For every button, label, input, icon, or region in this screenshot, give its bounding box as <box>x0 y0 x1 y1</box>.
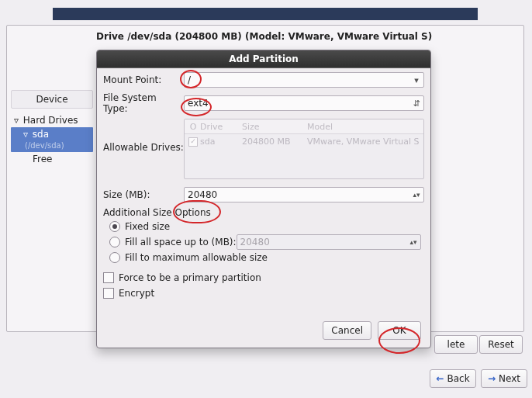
checkbox-icon[interactable] <box>103 288 114 299</box>
tree-sda[interactable]: ▿ sda (/dev/sda) <box>11 127 93 152</box>
fs-type-combo[interactable]: ext4 ⇵ <box>184 95 424 111</box>
radio-fill-up-to[interactable]: Fill all space up to (MB): 20480 ▴▾ <box>109 235 424 249</box>
check-primary[interactable]: Force to be a primary partition <box>103 271 424 285</box>
next-button-label: Next <box>499 373 520 384</box>
radio-icon[interactable] <box>109 237 120 247</box>
drive-checkbox-sda[interactable]: ✓ <box>188 137 198 147</box>
radio-fixed-size[interactable]: Fixed size <box>109 220 424 234</box>
mount-point-combo[interactable]: / ▾ <box>184 72 424 88</box>
add-partition-dialog: Add Partition Mount Point: / ▾ File Syst… <box>96 50 431 348</box>
ok-button-label: OK <box>392 325 406 336</box>
delete-button-label: lete <box>447 339 465 350</box>
check-primary-label: Force to be a primary partition <box>119 272 261 283</box>
ok-button[interactable]: OK <box>378 321 421 340</box>
back-button[interactable]: Back <box>430 369 476 388</box>
next-button[interactable]: Next <box>481 369 527 388</box>
allowable-drives-label: Allowable Drives: <box>103 119 184 153</box>
mount-point-label: Mount Point: <box>103 74 184 85</box>
radio-fillmax-label: Fill to maximum allowable size <box>125 252 268 263</box>
drive-table-header: O Drive Size Model <box>185 119 423 134</box>
up-down-icon[interactable]: ⇵ <box>411 97 422 109</box>
radio-icon[interactable] <box>109 252 120 263</box>
arrow-right-icon <box>488 373 499 384</box>
mount-point-value: / <box>188 74 191 85</box>
device-column: Device ▿ Hard Drives ▿ sda (/dev/sda) Fr… <box>11 90 93 166</box>
spin-buttons[interactable]: ▴▾ <box>411 189 422 201</box>
check-encrypt-label: Encrypt <box>119 288 154 299</box>
back-button-label: Back <box>447 373 469 384</box>
size-label: Size (MB): <box>103 189 184 200</box>
top-header-bar <box>53 8 478 20</box>
cancel-button[interactable]: Cancel <box>323 321 371 340</box>
radio-fill-max[interactable]: Fill to maximum allowable size <box>109 251 424 265</box>
size-options-group: Additional Size Options <box>103 207 424 218</box>
col-drive: Drive <box>200 122 242 132</box>
radio-fixed-label: Fixed size <box>125 221 170 232</box>
tree-free[interactable]: Free <box>11 152 93 166</box>
arrow-left-icon <box>436 373 447 384</box>
cancel-button-label: Cancel <box>331 325 363 336</box>
reset-button[interactable]: Reset <box>479 335 523 354</box>
fill-up-to-value: 20480 <box>240 237 270 247</box>
col-check: O <box>186 122 200 132</box>
tree-toggle-icon[interactable]: ▿ <box>22 129 29 140</box>
size-input[interactable]: 20480 ▴▾ <box>184 187 424 202</box>
fs-type-label: File System Type: <box>103 92 184 114</box>
tree-sda-path: (/dev/sda) <box>25 141 64 150</box>
drive-name: sda <box>200 137 242 147</box>
fs-type-value: ext4 <box>188 98 209 109</box>
chevron-down-icon[interactable]: ▾ <box>411 74 422 86</box>
spin-buttons: ▴▾ <box>408 236 419 248</box>
fill-up-to-spin: 20480 ▴▾ <box>237 234 421 250</box>
check-encrypt[interactable]: Encrypt <box>103 286 424 300</box>
tree-sda-label: sda <box>33 129 49 140</box>
allowable-drives-table[interactable]: O Drive Size Model ✓ sda 204800 MB VMwar… <box>184 119 424 179</box>
dialog-title: Add Partition <box>97 50 430 68</box>
tree-toggle-icon[interactable]: ▿ <box>12 115 20 126</box>
device-header: Device <box>11 90 93 109</box>
tree-free-label: Free <box>33 154 52 164</box>
checkbox-icon[interactable] <box>103 272 114 283</box>
size-value: 20480 <box>188 189 217 200</box>
drive-model: VMware, VMware Virtual S <box>307 137 422 147</box>
tree-hard-drives[interactable]: ▿ Hard Drives <box>11 113 93 127</box>
radio-fillupto-label: Fill all space up to (MB): <box>125 237 237 247</box>
delete-button[interactable]: lete <box>434 335 478 354</box>
drive-table-row[interactable]: ✓ sda 204800 MB VMware, VMware Virtual S <box>185 134 423 148</box>
tree-hard-drives-label: Hard Drives <box>23 115 78 126</box>
drive-size: 204800 MB <box>242 137 307 147</box>
col-size: Size <box>242 122 307 132</box>
col-model: Model <box>307 122 422 132</box>
radio-icon[interactable] <box>109 221 120 232</box>
reset-button-label: Reset <box>488 339 514 350</box>
drive-info-label: Drive /dev/sda (204800 MB) (Model: VMwar… <box>96 31 432 42</box>
